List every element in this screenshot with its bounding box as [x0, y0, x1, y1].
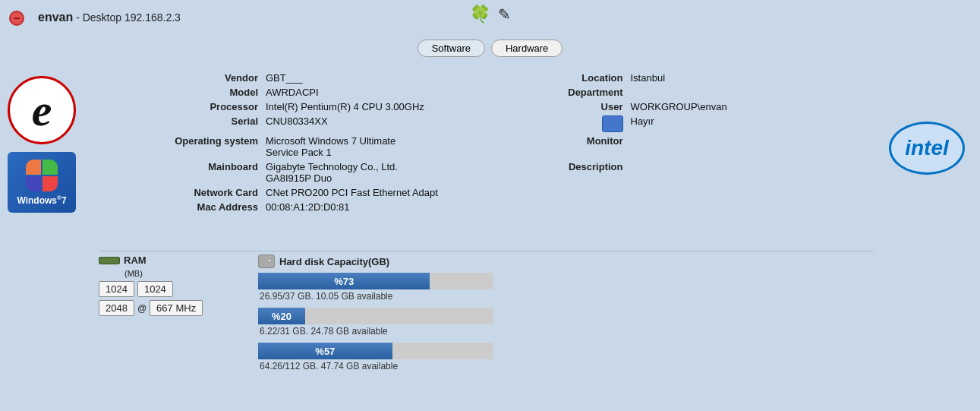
processor-value: Intel(R) Pentium(R) 4 CPU 3.00GHz [266, 101, 509, 112]
monitor-icon-cell [509, 115, 631, 132]
department-value [631, 87, 874, 98]
macaddr-value: 00:08:A1:2D:D0:81 [266, 201, 509, 213]
hdd-section: Hard disk Capacity(GB) %73 26.95/37 GB. … [258, 255, 874, 378]
left-logo-area: e Windows®7 [8, 76, 76, 213]
netcard-label: Network Card [99, 187, 266, 198]
ram-slot-2: 1024 [137, 281, 173, 297]
ram-slot-1: 1024 [99, 281, 134, 297]
ram-total-row: 2048 @ 667 MHz [99, 300, 235, 316]
disk-1-label: 26.95/37 GB. 10.05 GB available [258, 291, 874, 302]
ram-total: 2048 [99, 300, 134, 316]
envan-logo: e [8, 76, 76, 144]
disk-3-container: %57 64.26/112 GB. 47.74 GB available [258, 343, 874, 371]
hdd-icon [258, 255, 275, 268]
mainboard-label: Mainboard [99, 161, 266, 184]
disk-3-label: 64.26/112 GB. 47.74 GB available [258, 361, 874, 371]
disk-1-track: %73 [258, 273, 493, 289]
location-label: Location [509, 72, 631, 84]
os-value: Microsoft Windows 7 UltimateService Pack… [266, 135, 509, 158]
serial-value: CNU80334XX [266, 115, 509, 132]
monitor-value [631, 135, 874, 158]
ram-title: RAM [99, 255, 235, 266]
leaf-icon[interactable]: 🍀 [470, 5, 490, 24]
ram-subtitle: (MB) [99, 269, 235, 278]
disk-3-track: %57 [258, 343, 493, 359]
tab-bar: Software Hardware [0, 40, 980, 57]
disk-2-track: %20 [258, 308, 493, 324]
tab-software[interactable]: Software [418, 40, 485, 57]
ram-section: RAM (MB) 1024 1024 2048 @ 667 MHz [99, 255, 235, 378]
ram-slots: 1024 1024 [99, 281, 235, 297]
model-label: Model [99, 87, 266, 98]
disk-1-container: %73 26.95/37 GB. 10.05 GB available [258, 273, 874, 302]
os-label: Operating system [99, 135, 266, 158]
intel-logo: intel [889, 122, 965, 175]
bottom-section: RAM (MB) 1024 1024 2048 @ 667 MHz Hard d… [99, 255, 874, 378]
disk-2-container: %20 6.22/31 GB. 24.78 GB available [258, 308, 874, 337]
mainboard-value: Gigabyte Technology Co., Ltd.GA8I915P Du… [266, 161, 509, 184]
section-divider [99, 251, 874, 251]
model-value: AWRDACPI [266, 87, 509, 98]
hdd-title: Hard disk Capacity(GB) [258, 255, 874, 268]
at-symbol: @ [137, 303, 147, 314]
disk-2-label: 6.22/31 GB. 24.78 GB available [258, 326, 874, 337]
ram-icon [99, 257, 120, 264]
user-value: WORKGROUP\envan [631, 101, 874, 112]
info-section: Vendor GBT___ Location Istanbul Model AW… [99, 72, 874, 213]
description-label: Description [509, 161, 631, 184]
disk-3-fill: %57 [258, 343, 392, 359]
hayir-value: Hayır [631, 115, 874, 132]
vendor-label: Vendor [99, 72, 266, 84]
processor-label: Processor [99, 101, 266, 112]
user-label: User [509, 101, 631, 112]
edit-icon[interactable]: ✎ [498, 5, 511, 24]
info-grid: Vendor GBT___ Location Istanbul Model AW… [99, 72, 874, 213]
monitor-label: Monitor [509, 135, 631, 158]
disk-1-fill: %73 [258, 273, 430, 289]
description-value [631, 161, 874, 184]
vendor-value: GBT___ [266, 72, 509, 84]
windows7-logo: Windows®7 [8, 152, 76, 213]
macaddr-label: Mac Address [99, 201, 266, 213]
top-icons-area: 🍀 ✎ [0, 5, 980, 24]
tab-hardware[interactable]: Hardware [491, 40, 562, 57]
disk-2-fill: %20 [258, 308, 305, 324]
location-value: Istanbul [631, 72, 874, 84]
department-label: Department [509, 87, 631, 98]
netcard-value: CNet PRO200 PCI Fast Ethernet Adapt [266, 187, 509, 198]
serial-label: Serial [99, 115, 266, 132]
ram-speed: 667 MHz [150, 300, 203, 316]
